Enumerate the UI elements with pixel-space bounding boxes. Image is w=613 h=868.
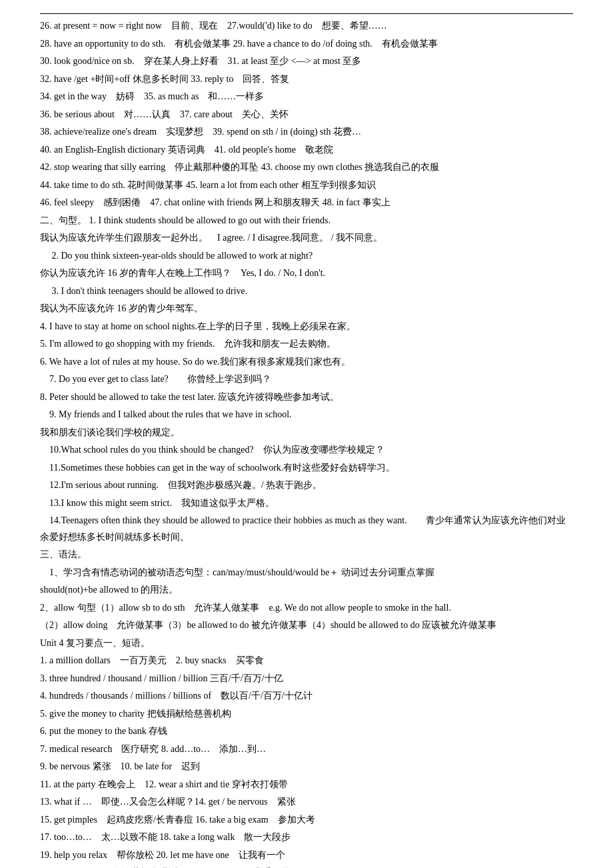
content-line: 1. a million dollars 一百万美元 2. buy snacks… [40, 653, 573, 669]
content-line: 8. Peter should be allowed to take the t… [40, 389, 573, 406]
content-line: 你认为应该允许 16 岁的青年人在晚上工作吗？ Yes, I do. / No,… [40, 265, 573, 282]
content-line: 4. hundreds / thousands / millions / bil… [40, 688, 573, 705]
content-line: 5. I'm allowed to go shopping with my fr… [40, 336, 573, 353]
content-line: 46. feel sleepy 感到困倦 47. chat online wit… [40, 195, 573, 211]
content-line: 9. be nervous 紧张 10. be late for 迟到 [40, 759, 573, 775]
content-line: 11. at the party 在晚会上 12. wear a shirt a… [40, 777, 573, 793]
content-area: 26. at present = now = right now 目前、现在 2… [40, 18, 573, 868]
content-line: 36. be serious about 对……认真 37. care abou… [40, 107, 573, 123]
content-line: 28. have an opportunity to do sth. 有机会做某… [40, 36, 573, 53]
content-line: 2、allow 句型（1）allow sb to do sth 允许某人做某事 … [40, 600, 573, 617]
content-line: 14.Teenagers often think they should be … [40, 513, 573, 545]
content-line: 42. stop wearing that silly earring 停止戴那… [40, 159, 573, 176]
content-line: 15. get pimples 起鸡皮疙瘩/长青春痘 16. take a bi… [40, 812, 573, 829]
content-line: 21. speak in public 在公共场合讲话 22. hardly e… [40, 865, 573, 868]
content-line: 38. achieve/realize one's dream 实现梦想 39.… [40, 124, 573, 141]
content-line: 30. look good/nice on sb. 穿在某人身上好看 31. a… [40, 53, 573, 70]
content-line: 7. medical research 医疗研究 8. add…to… 添加…到… [40, 741, 573, 758]
content-line: 9. My friends and I talked about the rul… [40, 407, 573, 423]
content-line: 2. Do you think sixteen-year-olds should… [40, 248, 573, 265]
content-line: 二、句型。 1. I think students should be allo… [40, 213, 573, 229]
content-line: 11.Sometimes these hobbies can get in th… [40, 460, 573, 477]
content-line: 7. Do you ever get to class late? 你曾经上学迟… [40, 371, 573, 388]
content-line: 17. too…to… 太…以致不能 18. take a long walk … [40, 829, 573, 846]
content-line: 我认为应该允许学生们跟朋友一起外出。 I agree. / I disagree… [40, 230, 573, 247]
content-line: 40. an English-English dictionary 英语词典 4… [40, 142, 573, 159]
content-line: 6. put the money to the bank 存钱 [40, 723, 573, 740]
content-line: 1、学习含有情态动词的被动语态句型：can/may/must/should/wo… [40, 565, 573, 581]
content-line: should(not)+be allowed to 的用法。 [40, 582, 573, 599]
content-line: Unit 4 复习要点一、短语。 [40, 635, 573, 652]
content-line: 我认为不应该允许 16 岁的青少年驾车。 [40, 301, 573, 317]
content-line: 三、语法。 [40, 547, 573, 563]
content-line: 13. what if … 即使…又会怎么样呢？14. get / be ner… [40, 794, 573, 811]
content-line: 6. We have a lot of rules at my house. S… [40, 354, 573, 371]
content-line: 4. I have to stay at home on school nigh… [40, 319, 573, 335]
content-line: （2）allow doing 允许做某事（3）be allowed to do … [40, 617, 573, 634]
content-line: 34. get in the way 妨碍 35. as much as 和……… [40, 89, 573, 105]
content-line: 5. give the money to charity 把钱捐献给慈善机构 [40, 706, 573, 723]
content-line: 12.I'm serious about running. 但我对跑步极感兴趣。… [40, 477, 573, 494]
content-line: 我和朋友们谈论我们学校的规定。 [40, 425, 573, 441]
content-line: 10.What school rules do you think should… [40, 442, 573, 459]
content-line: 26. at present = now = right now 目前、现在 2… [40, 18, 573, 35]
content-line: 3. three hundred / thousand / million / … [40, 671, 573, 687]
content-line: 32. have /get +时间+off 休息多长时间 33. reply t… [40, 71, 573, 88]
content-line: 13.I know this might seem strict. 我知道这似乎… [40, 495, 573, 512]
content-line: 3. I don't think teenagers should be all… [40, 283, 573, 300]
content-line: 44. take time to do sth. 花时间做某事 45. lear… [40, 177, 573, 194]
content-line: 19. help you relax 帮你放松 20. let me have … [40, 847, 573, 864]
top-divider [40, 13, 573, 14]
